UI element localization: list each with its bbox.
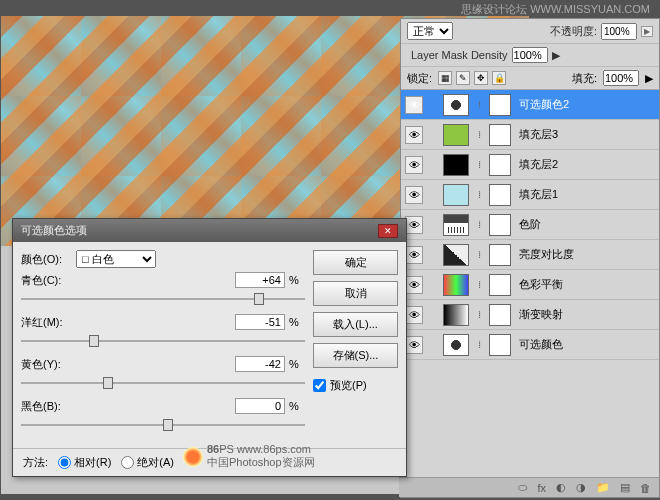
layer-mask-thumb[interactable] [489,304,511,326]
slider-input-2[interactable] [235,356,285,372]
layer-thumb[interactable] [443,304,469,326]
link-icon: ⁞ [473,189,485,200]
fill-label: 填充: [572,71,597,86]
trash-icon[interactable]: 🗑 [640,482,651,494]
layer-name[interactable]: 渐变映射 [515,307,563,322]
blend-mode-select[interactable]: 正常 [407,22,453,40]
slider-handle-0[interactable] [254,293,264,305]
close-icon[interactable]: ✕ [378,224,398,238]
layer-thumb[interactable] [443,334,469,356]
mask-density-input[interactable] [512,47,548,63]
visibility-icon[interactable]: 👁 [405,126,423,144]
layer-thumb[interactable] [443,214,469,236]
opacity-label: 不透明度: [550,24,597,39]
visibility-icon[interactable]: 👁 [405,216,423,234]
group-icon[interactable]: 📁 [596,481,610,494]
slider-track-3[interactable] [21,416,305,434]
pct-label: % [285,400,305,412]
layer-mask-thumb[interactable] [489,154,511,176]
fill-input[interactable] [603,70,639,86]
layer-row-1[interactable]: 👁⁞填充层3 [401,120,659,150]
layer-mask-thumb[interactable] [489,334,511,356]
layer-row-8[interactable]: 👁⁞可选颜色 [401,330,659,360]
layer-row-7[interactable]: 👁⁞渐变映射 [401,300,659,330]
color-label: 颜色(O): [21,252,76,267]
slider-input-0[interactable] [235,272,285,288]
absolute-radio-row[interactable]: 绝对(A) [121,455,174,470]
lock-transparency-icon[interactable]: ▦ [438,71,452,85]
layer-name[interactable]: 可选颜色2 [515,97,569,112]
layer-row-0[interactable]: 👁⁞可选颜色2 [401,90,659,120]
layer-name[interactable]: 填充层2 [515,157,558,172]
lock-paint-icon[interactable]: ✎ [456,71,470,85]
opacity-flyout[interactable]: ▶ [641,26,653,37]
layer-row-5[interactable]: 👁⁞亮度对比度 [401,240,659,270]
slider-track-0[interactable] [21,290,305,308]
layer-mask-thumb[interactable] [489,214,511,236]
fx-icon[interactable]: fx [537,482,546,494]
layer-mask-thumb[interactable] [489,244,511,266]
lock-all-icon[interactable]: 🔒 [492,71,506,85]
link-layers-icon[interactable]: ⬭ [518,481,527,494]
slider-track-1[interactable] [21,332,305,350]
visibility-icon[interactable]: 👁 [405,246,423,264]
link-icon: ⁞ [473,99,485,110]
pct-label: % [285,358,305,370]
layer-thumb[interactable] [443,154,469,176]
slider-handle-3[interactable] [163,419,173,431]
cancel-button[interactable]: 取消 [313,281,398,306]
mask-density-flyout[interactable]: ▶ [552,49,560,62]
layer-row-6[interactable]: 👁⁞色彩平衡 [401,270,659,300]
layer-name[interactable]: 亮度对比度 [515,247,574,262]
layer-row-4[interactable]: 👁⁞色阶 [401,210,659,240]
visibility-icon[interactable]: 👁 [405,336,423,354]
layer-thumb[interactable] [443,274,469,296]
slider-handle-2[interactable] [103,377,113,389]
relative-radio-row[interactable]: 相对(R) [58,455,111,470]
link-icon: ⁞ [473,159,485,170]
layer-name[interactable]: 色阶 [515,217,541,232]
slider-handle-1[interactable] [89,335,99,347]
visibility-icon[interactable]: 👁 [405,306,423,324]
adjustment-icon[interactable]: ◑ [576,481,586,494]
preview-checkbox[interactable] [313,379,326,392]
visibility-icon[interactable]: 👁 [405,186,423,204]
visibility-icon[interactable]: 👁 [405,96,423,114]
layer-name[interactable]: 填充层1 [515,187,558,202]
relative-label: 相对(R) [74,455,111,470]
color-select[interactable]: □ 白色 [76,250,156,268]
layer-thumb[interactable] [443,244,469,266]
watermark-url: WWW.MISSYUAN.COM [530,3,650,15]
ok-button[interactable]: 确定 [313,250,398,275]
visibility-icon[interactable]: 👁 [405,276,423,294]
visibility-icon[interactable]: 👁 [405,156,423,174]
layer-thumb[interactable] [443,94,469,116]
save-button[interactable]: 存储(S)... [313,343,398,368]
new-layer-icon[interactable]: ▤ [620,481,630,494]
relative-radio[interactable] [58,456,71,469]
layer-row-3[interactable]: 👁⁞填充层1 [401,180,659,210]
fill-flyout[interactable]: ▶ [645,72,653,85]
selective-color-dialog: 可选颜色选项 ✕ 颜色(O): □ 白色 青色(C):%洋红(M):%黄色(Y)… [12,218,407,477]
layer-thumb[interactable] [443,124,469,146]
layer-mask-thumb[interactable] [489,184,511,206]
preview-checkbox-row[interactable]: 预览(P) [313,378,398,393]
layer-name[interactable]: 色彩平衡 [515,277,563,292]
layer-mask-thumb[interactable] [489,94,511,116]
lock-position-icon[interactable]: ✥ [474,71,488,85]
slider-input-3[interactable] [235,398,285,414]
absolute-radio[interactable] [121,456,134,469]
layer-name[interactable]: 可选颜色 [515,337,563,352]
layer-mask-thumb[interactable] [489,124,511,146]
opacity-input[interactable] [601,23,637,40]
layer-row-2[interactable]: 👁⁞填充层2 [401,150,659,180]
slider-input-1[interactable] [235,314,285,330]
layer-name[interactable]: 填充层3 [515,127,558,142]
layer-mask-thumb[interactable] [489,274,511,296]
load-button[interactable]: 载入(L)... [313,312,398,337]
layer-thumb[interactable] [443,184,469,206]
slider-track-2[interactable] [21,374,305,392]
link-icon: ⁞ [473,309,485,320]
slider-label-2: 黄色(Y): [21,357,81,372]
mask-icon[interactable]: ◐ [556,481,566,494]
